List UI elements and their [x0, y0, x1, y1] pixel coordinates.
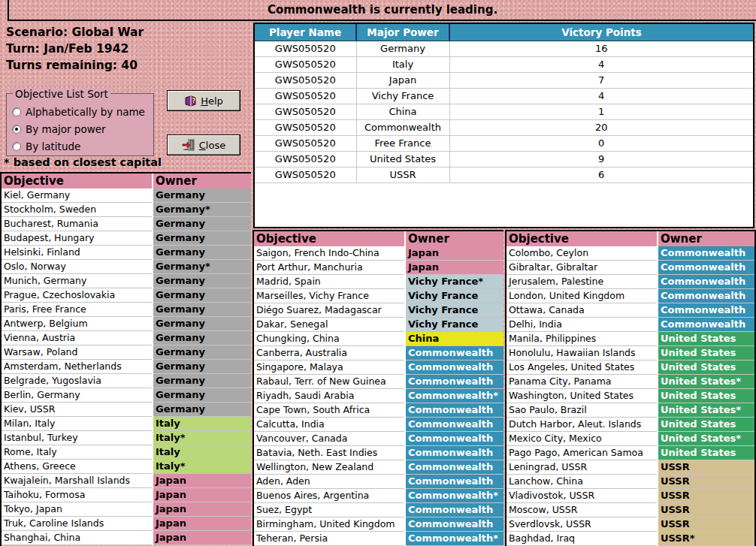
objective-row: Prague, CzechoslovakiaGermany [2, 288, 251, 303]
victory-table-row: GWS050520Free France0 [255, 135, 753, 151]
sort-option-label: By major power [26, 123, 106, 135]
owner-cell: United States [658, 346, 754, 360]
victory-table-row: GWS050520Italy4 [255, 56, 753, 72]
objective-column-header: Objective [507, 231, 657, 246]
objective-cell: Gibraltar, Gibraltar [507, 261, 657, 275]
objective-cell: Baghdad, Iraq [507, 532, 657, 546]
objective-cell: Belgrade, Yugoslavia [2, 374, 152, 388]
owner-cell: Commonwealth [406, 418, 503, 432]
owner-cell: Germany* [153, 203, 251, 217]
sort-groupbox: Objective List Sort Alphabetically by na… [6, 93, 154, 156]
sort-option-label: By latitude [26, 140, 80, 152]
major-power-cell: Germany [356, 41, 449, 56]
player-name-cell: GWS050520 [255, 135, 356, 151]
owner-cell: Italy [153, 417, 251, 431]
objective-row: Rome, ItalyItaly [2, 445, 251, 460]
owner-cell: Japan [153, 488, 251, 502]
objective-cell: Vladivostok, USSR [507, 489, 657, 503]
objective-row: Vancouver, CanadaCommonwealth [254, 432, 503, 446]
page-title: Commonwealth is currently leading. [268, 3, 497, 17]
victory-table-row: GWS050520Commonwealth20 [255, 119, 753, 135]
major-power-cell: United States [356, 151, 449, 167]
player-name-cell: GWS050520 [255, 104, 356, 119]
major-power-cell: Free France [356, 135, 449, 151]
objective-cell: Marseilles, Vichy France [254, 289, 404, 303]
owner-cell: Germany [153, 274, 251, 288]
radio-selected-icon[interactable] [12, 125, 21, 134]
objective-row: Aden, AdenCommonwealth [254, 475, 503, 489]
victory-points-cell: 4 [449, 88, 753, 104]
objective-list-1: Objective Owner Saigon, French Indo-Chin… [253, 230, 503, 546]
objective-cell: Mexico City, Mexico [507, 432, 657, 446]
owner-cell: USSR* [658, 532, 754, 546]
radio-icon[interactable] [12, 142, 21, 151]
owner-cell: United States [658, 389, 754, 403]
objective-cell: Wellington, New Zealand [254, 460, 404, 475]
sort-option-0[interactable]: Alphabetically by name [12, 103, 150, 120]
objective-row: Taihoku, FormosaJapan [2, 488, 251, 502]
objective-cell: Vienna, Austria [2, 331, 152, 345]
objective-row: Warsaw, PolandGermany [2, 345, 251, 360]
objective-row: Tokyo, JapanJapan [2, 502, 251, 517]
objective-row: Paris, Free FranceGermany [2, 303, 251, 317]
objective-row: Washington, United StatesUnited States [507, 389, 754, 403]
objective-cell: Antwerp, Belgium [2, 317, 152, 331]
sort-option-2[interactable]: By latitude [12, 137, 150, 155]
close-button[interactable]: Close [167, 134, 240, 155]
objective-row: Vienna, AustriaGermany [2, 331, 251, 345]
objective-row: Truk, Caroline IslandsJapan [2, 517, 251, 531]
objective-row: Chungking, ChinaChina [254, 332, 503, 346]
objective-row: Diégo Suarez, MadagascarVichy France [254, 303, 503, 318]
objective-row: Calcutta, IndiaCommonwealth [254, 418, 503, 432]
objective-cell: Dutch Harbor, Aleut. Islands [507, 418, 657, 432]
sort-option-1[interactable]: By major power [12, 120, 150, 137]
scenario-line: Scenario: Global War [6, 24, 246, 41]
owner-cell: Italy [153, 445, 251, 460]
objective-row: Munich, GermanyGermany [2, 274, 251, 288]
objective-cell: Port Arthur, Manchuria [254, 261, 404, 275]
objective-row: Mexico City, MexicoUnited States* [507, 432, 754, 446]
objective-cell: Milan, Italy [2, 417, 152, 431]
objective-cell: Canberra, Australia [254, 346, 404, 360]
objective-cell: Munich, Germany [2, 274, 152, 288]
objective-row: Kwajalein, Marshall IslandsJapan [2, 474, 251, 488]
player-name-cell: GWS050520 [255, 41, 356, 56]
owner-cell: Germany [153, 360, 251, 374]
objective-row: Manila, PhilippinesUnited States [507, 332, 754, 346]
objective-row: Los Angeles, United StatesUnited States [507, 360, 754, 375]
victory-table-row: GWS050520Germany16 [255, 41, 753, 56]
help-button[interactable]: ? Help [167, 90, 240, 111]
objective-cell: Kiev, USSR [2, 403, 152, 417]
help-book-icon: ? [184, 95, 197, 107]
owner-cell: Commonwealth* [406, 532, 503, 546]
owner-cell: Japan [153, 474, 251, 488]
owner-cell: Commonwealth [406, 460, 503, 475]
player-name-cell: GWS050520 [255, 151, 356, 167]
objective-cell: Sao Paulo, Brazil [507, 403, 657, 418]
objective-row: Cape Town, South AfricaCommonwealth [254, 403, 503, 418]
objective-cell: Teheran, Persia [254, 532, 404, 546]
victory-table: Player Name Major Power Victory Points G… [255, 24, 753, 183]
col-header-major-power: Major Power [356, 24, 449, 41]
objective-column-header: Objective [254, 231, 404, 246]
owner-cell: United States* [658, 375, 754, 389]
objective-row: Ottawa, CanadaCommonwealth [507, 303, 754, 318]
owner-cell: Commonwealth [658, 318, 754, 332]
major-power-cell: USSR [356, 167, 449, 183]
owner-cell: Germany [153, 246, 251, 260]
objective-cell: Moscow, USSR [507, 503, 657, 517]
objective-cell: Birmingham, United Kingdom [254, 517, 404, 532]
radio-icon[interactable] [12, 107, 21, 116]
objective-row: London, United KingdomCommonwealth [507, 289, 754, 303]
objective-cell: Prague, Czechoslovakia [2, 288, 152, 303]
objective-row: Vladivostok, USSRUSSR [507, 489, 754, 503]
objective-row: Pago Pago, American SamoaUnited States [507, 446, 754, 460]
objective-cell: Leningrad, USSR [507, 460, 657, 475]
objective-cell: Kiel, Germany [2, 189, 152, 203]
owner-cell: China [406, 332, 503, 346]
objective-row: Batavia, Neth. East IndiesCommonwealth [254, 446, 503, 460]
objective-row: Istanbul, TurkeyItaly* [2, 431, 251, 445]
owner-cell: USSR [658, 489, 754, 503]
owner-cell: Germany [153, 403, 251, 417]
objective-row: Birmingham, United KingdomCommonwealth [254, 517, 503, 532]
